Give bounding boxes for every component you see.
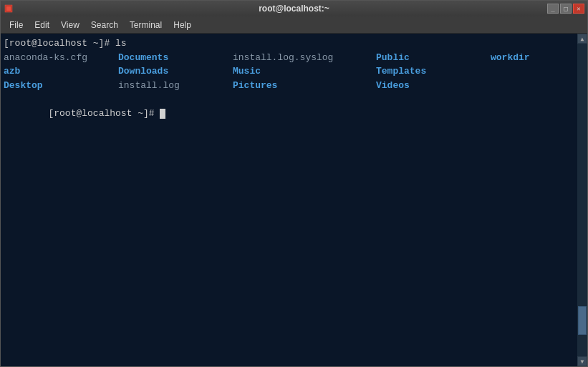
close-button[interactable]: ✕ bbox=[573, 4, 584, 14]
terminal-window: root@localhost:~ _ □ ✕ File Edit View Se… bbox=[0, 0, 588, 367]
scrollbar-thumb[interactable] bbox=[578, 306, 587, 335]
svg-rect-1 bbox=[6, 6, 11, 11]
cursor bbox=[160, 109, 165, 119]
scrollbar-down-arrow[interactable]: ▼ bbox=[577, 356, 587, 366]
ls-cell-workdir: workdir bbox=[491, 51, 577, 65]
scrollbar-track[interactable] bbox=[577, 44, 587, 356]
menu-view[interactable]: View bbox=[55, 19, 85, 31]
ls-cell-empty-2 bbox=[491, 79, 577, 93]
menu-terminal[interactable]: Terminal bbox=[124, 19, 168, 31]
terminal-output[interactable]: [root@localhost ~]# ls anaconda-ks.cfg D… bbox=[1, 34, 577, 366]
menu-bar: File Edit View Search Terminal Help bbox=[1, 16, 587, 34]
ls-cell-videos: Videos bbox=[376, 79, 491, 93]
ls-cell-public: Public bbox=[376, 51, 491, 65]
title-bar: root@localhost:~ _ □ ✕ bbox=[1, 1, 587, 16]
ls-cell-anaconda: anaconda-ks.cfg bbox=[4, 51, 118, 65]
title-bar-buttons: _ □ ✕ bbox=[547, 4, 584, 14]
ls-cell-desktop: Desktop bbox=[4, 79, 118, 93]
ls-cell-templates: Templates bbox=[376, 64, 491, 79]
title-bar-left bbox=[4, 4, 14, 14]
ls-cell-empty-1 bbox=[491, 64, 577, 79]
terminal-wrapper: [root@localhost ~]# ls anaconda-ks.cfg D… bbox=[1, 34, 587, 366]
maximize-button[interactable]: □ bbox=[560, 4, 572, 14]
terminal-icon bbox=[4, 4, 14, 14]
ls-cell-music: Music bbox=[233, 64, 376, 79]
window-title: root@localhost:~ bbox=[259, 4, 329, 14]
scrollbar-up-arrow[interactable]: ▲ bbox=[577, 34, 587, 44]
scrollbar: ▲ ▼ bbox=[577, 34, 587, 366]
menu-edit[interactable]: Edit bbox=[29, 19, 55, 31]
ls-cell-downloads: Downloads bbox=[118, 64, 233, 79]
ls-output: anaconda-ks.cfg Documents install.log.sy… bbox=[4, 51, 574, 93]
command-line-2: [root@localhost ~]# bbox=[4, 92, 574, 134]
ls-cell-pictures: Pictures bbox=[233, 79, 376, 93]
command-line-1: [root@localhost ~]# ls bbox=[4, 36, 574, 51]
menu-search[interactable]: Search bbox=[85, 19, 124, 31]
ls-cell-install-log-syslog: install.log.syslog bbox=[233, 51, 376, 65]
menu-file[interactable]: File bbox=[4, 19, 29, 31]
ls-cell-documents: Documents bbox=[118, 51, 233, 65]
menu-help[interactable]: Help bbox=[168, 19, 197, 31]
ls-cell-install-log: install.log bbox=[118, 79, 233, 93]
ls-cell-azb: azb bbox=[4, 64, 118, 79]
minimize-button[interactable]: _ bbox=[547, 4, 559, 14]
